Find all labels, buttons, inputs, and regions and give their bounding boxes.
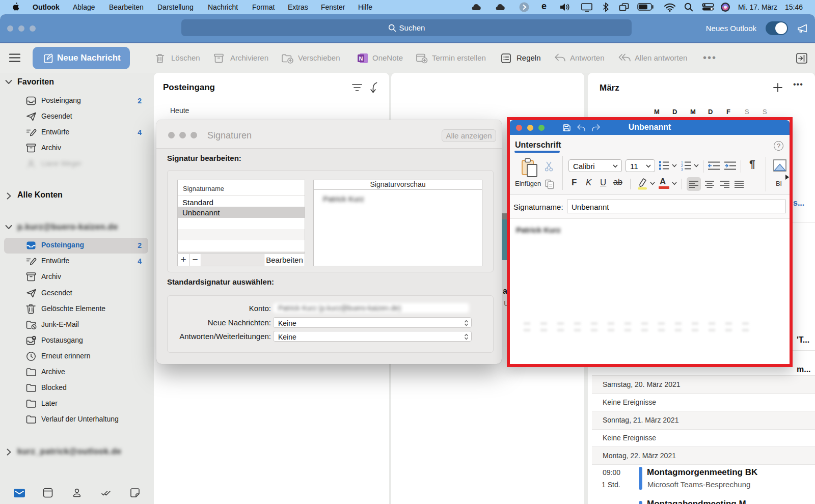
svg-text:2: 2 xyxy=(681,164,683,167)
svg-text:N: N xyxy=(359,55,363,62)
svg-text:1: 1 xyxy=(681,160,683,164)
svg-text:3: 3 xyxy=(681,167,683,171)
